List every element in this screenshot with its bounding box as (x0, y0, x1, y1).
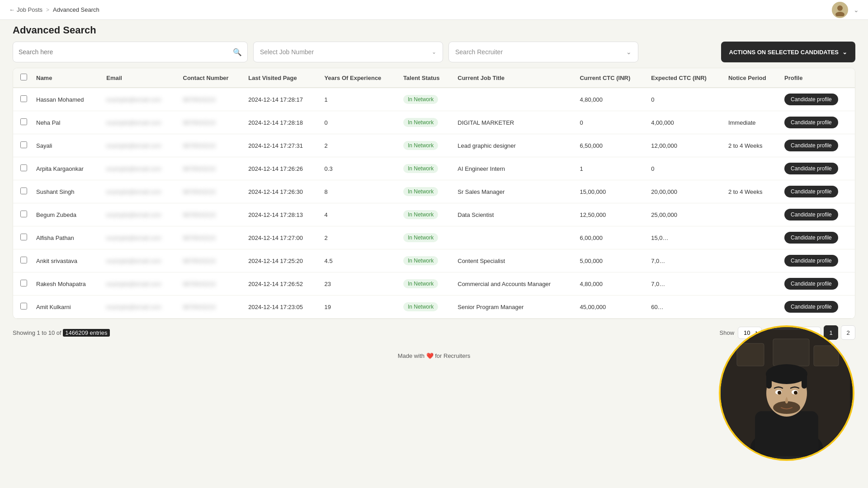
row-notice-period: Immediate (724, 111, 780, 134)
svg-rect-12 (802, 373, 807, 389)
row-checkbox[interactable] (20, 211, 27, 217)
breadcrumb-separator: > (46, 7, 49, 13)
person-svg (723, 330, 850, 456)
recruiter-search-box[interactable]: Search Recruiter ⌄ (448, 42, 638, 62)
video-overlay (719, 325, 854, 461)
row-job-title: Data Scientist (453, 203, 575, 226)
candidate-profile-button[interactable]: Candidate profile (784, 140, 838, 151)
row-talent-status: In Network (399, 111, 453, 134)
back-link[interactable]: ← Job Posts (9, 6, 42, 13)
row-email: example@email.com (102, 203, 178, 226)
row-checkbox-cell[interactable] (13, 134, 32, 157)
row-current-ctc: 0 (575, 111, 646, 134)
table-row: Rakesh Mohapatra example@email.com 98765… (13, 272, 855, 296)
row-profile-cell: Candidate profile (780, 226, 855, 249)
svg-rect-3 (737, 343, 764, 366)
row-checkbox-cell[interactable] (13, 272, 32, 296)
row-job-title: Content Specialist (453, 249, 575, 272)
row-checkbox-cell[interactable] (13, 226, 32, 249)
row-checkbox-cell[interactable] (13, 249, 32, 272)
row-last-visited: 2024-12-14 17:28:18 (244, 111, 320, 134)
candidate-profile-button[interactable]: Candidate profile (784, 232, 838, 244)
row-contact: 9876543210 (179, 203, 244, 226)
row-contact: 9876543210 (179, 134, 244, 157)
actions-btn-chevron-icon: ⌄ (842, 49, 847, 56)
candidate-profile-button[interactable]: Candidate profile (784, 255, 838, 267)
heart-icon: ❤️ (426, 352, 434, 359)
search-box[interactable]: 🔍 (13, 42, 248, 62)
row-contact: 9876543210 (179, 88, 244, 111)
row-checkbox[interactable] (20, 95, 27, 102)
row-email: example@email.com (102, 157, 178, 180)
col-header-current-ctc: Current CTC (INR) (575, 68, 646, 88)
candidate-profile-button[interactable]: Candidate profile (784, 186, 838, 197)
row-expected-ctc: 0 (646, 157, 724, 180)
row-checkbox[interactable] (20, 118, 27, 125)
row-profile-cell: Candidate profile (780, 88, 855, 111)
row-contact: 9876543210 (179, 157, 244, 180)
row-job-title: Commercial and Accounts Manager (453, 272, 575, 296)
row-talent-status: In Network (399, 157, 453, 180)
topbar-chevron-icon[interactable]: ⌄ (854, 6, 859, 14)
row-profile-cell: Candidate profile (780, 134, 855, 157)
row-profile-cell: Candidate profile (780, 180, 855, 203)
row-checkbox[interactable] (20, 280, 27, 286)
row-checkbox-cell[interactable] (13, 180, 32, 203)
svg-rect-11 (766, 373, 772, 389)
actions-on-candidates-button[interactable]: ACTIONS ON SELECTED CANDIDATES ⌄ (721, 42, 855, 62)
row-checkbox[interactable] (20, 164, 27, 171)
row-expected-ctc: 12,00,000 (646, 134, 724, 157)
candidate-profile-button[interactable]: Candidate profile (784, 94, 838, 105)
row-job-title: Senior Program Manager (453, 296, 575, 319)
row-profile-cell: Candidate profile (780, 272, 855, 296)
row-checkbox[interactable] (20, 141, 27, 148)
candidate-profile-button[interactable]: Candidate profile (784, 163, 838, 174)
row-profile-cell: Candidate profile (780, 157, 855, 180)
row-current-ctc: 5,00,000 (575, 249, 646, 272)
row-name: Neha Pal (32, 111, 102, 134)
row-job-title (453, 226, 575, 249)
svg-point-16 (778, 391, 781, 394)
candidate-profile-button[interactable]: Candidate profile (784, 278, 838, 290)
row-profile-cell: Candidate profile (780, 249, 855, 272)
candidate-profile-button[interactable]: Candidate profile (784, 117, 838, 128)
row-checkbox-cell[interactable] (13, 203, 32, 226)
entries-info: Showing 1 to 10 of 1466209 entries (13, 329, 110, 336)
row-checkbox[interactable] (20, 257, 27, 263)
col-header-talent-status: Talent Status (399, 68, 453, 88)
row-expected-ctc: 20,00,000 (646, 180, 724, 203)
row-checkbox-cell[interactable] (13, 157, 32, 180)
row-current-ctc: 4,80,000 (575, 88, 646, 111)
topbar: ← Job Posts > Advanced Search ⌄ (0, 0, 868, 20)
table-row: Begum Zubeda example@email.com 987654321… (13, 203, 855, 226)
row-experience: 2 (320, 226, 399, 249)
row-job-title (453, 88, 575, 111)
table-row: Hassan Mohamed example@email.com 9876543… (13, 88, 855, 111)
row-checkbox[interactable] (20, 234, 27, 240)
col-header-profile: Profile (780, 68, 855, 88)
row-contact: 9876543210 (179, 226, 244, 249)
row-talent-status: In Network (399, 296, 453, 319)
col-header-expected-ctc: Expected CTC (INR) (646, 68, 724, 88)
svg-rect-5 (814, 346, 839, 366)
row-checkbox-cell[interactable] (13, 111, 32, 134)
avatar[interactable] (832, 2, 848, 18)
row-email: example@email.com (102, 180, 178, 203)
row-checkbox[interactable] (20, 188, 27, 194)
row-checkbox-cell[interactable] (13, 296, 32, 319)
select-all-checkbox[interactable] (20, 74, 27, 80)
row-last-visited: 2024-12-14 17:27:00 (244, 226, 320, 249)
row-talent-status: In Network (399, 88, 453, 111)
search-input[interactable] (19, 48, 229, 56)
job-number-select[interactable]: Select Job Number ⌄ (253, 42, 443, 62)
candidate-profile-button[interactable]: Candidate profile (784, 209, 838, 221)
row-expected-ctc: 25,00,000 (646, 203, 724, 226)
row-email: example@email.com (102, 272, 178, 296)
row-checkbox-cell[interactable] (13, 88, 32, 111)
candidate-profile-button[interactable]: Candidate profile (784, 301, 838, 313)
row-last-visited: 2024-12-14 17:28:13 (244, 203, 320, 226)
row-checkbox[interactable] (20, 303, 27, 310)
table-row: Sayali example@email.com 9876543210 2024… (13, 134, 855, 157)
row-email: example@email.com (102, 88, 178, 111)
select-all-checkbox-header[interactable] (13, 68, 32, 88)
